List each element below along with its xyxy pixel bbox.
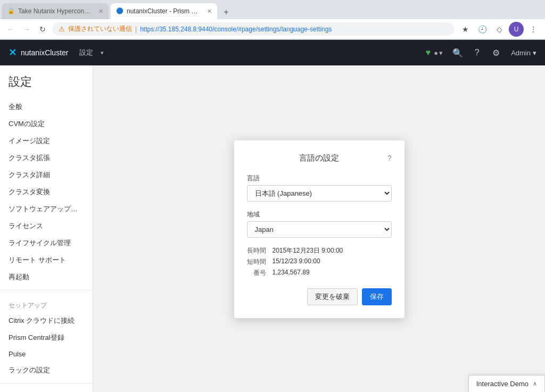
admin-label: Admin bbox=[511, 49, 531, 57]
region-label: 地域 bbox=[247, 210, 392, 219]
number-value: 1,234,567.89 bbox=[272, 269, 392, 278]
sidebar-item-cluster-expand[interactable]: クラスタ拡張 bbox=[0, 149, 93, 166]
tab1-close[interactable]: ✕ bbox=[98, 8, 103, 15]
security-warning-icon: ⚠ bbox=[59, 25, 65, 33]
tab-bar: 🔒 Take Nutanix Hyperconverged In... ✕ 🔵 … bbox=[0, 0, 545, 19]
menu-icon[interactable]: ⋮ bbox=[526, 22, 541, 37]
dialog-help-icon[interactable]: ? bbox=[387, 154, 392, 162]
security-warning-text: 保護されていない通信 bbox=[68, 24, 132, 34]
sidebar-item-reboot[interactable]: 再起動 bbox=[0, 269, 93, 286]
sidebar-item-pulse[interactable]: Pulse bbox=[0, 346, 93, 362]
sidebar-title: 設定 bbox=[0, 74, 93, 98]
short-time-value: 15/12/23 9:00:00 bbox=[272, 257, 392, 266]
dialog-title: 言語の設定 bbox=[299, 153, 339, 163]
health-icon[interactable]: ♥ bbox=[426, 48, 431, 57]
sidebar-item-general[interactable]: 全般 bbox=[0, 98, 93, 115]
long-time-label: 長時間 bbox=[247, 246, 266, 255]
extensions-icon[interactable]: ◇ bbox=[492, 22, 507, 37]
sidebar-divider-2 bbox=[0, 383, 93, 383]
region-field: 地域 JapanUnited StatesChinaFranceGermany bbox=[247, 210, 392, 238]
main-content: 設定 全般 CVMの設定 イメージ設定 クラスタ拡張 クラスタ詳細 クラスタ変換… bbox=[0, 65, 545, 392]
top-nav: ✕ nutanixCluster 設定 ▾ ♥ ● ▾ 🔍 ? ⚙ Admin … bbox=[0, 40, 545, 65]
tab1-favicon: 🔒 bbox=[7, 7, 15, 15]
back-button[interactable]: ← bbox=[4, 23, 17, 36]
address-field[interactable]: ⚠ 保護されていない通信 | https://35.185.248.8:9440… bbox=[52, 22, 455, 36]
settings-nav-label[interactable]: 設定 bbox=[79, 48, 93, 57]
status-circle-icon: ● bbox=[434, 49, 438, 57]
sidebar: 設定 全般 CVMの設定 イメージ設定 クラスタ拡張 クラスタ詳細 クラスタ変換… bbox=[0, 65, 93, 392]
sidebar-item-remote-support[interactable]: リモート サポート bbox=[0, 252, 93, 269]
long-time-value: 2015年12月23日 9:00:00 bbox=[272, 246, 392, 255]
sidebar-section-network: ネットワーク bbox=[0, 388, 93, 392]
url-text: https://35.185.248.8:9440/console/#page/… bbox=[140, 26, 332, 33]
language-field: 言語 日本語 (Japanese)EnglishChinese (Simplif… bbox=[247, 174, 392, 202]
address-bar: ← → ↻ ⚠ 保護されていない通信 | https://35.185.248.… bbox=[0, 19, 545, 39]
history-icon[interactable]: 🕘 bbox=[475, 22, 490, 37]
help-nav-button[interactable]: ? bbox=[468, 44, 485, 61]
tab2-close[interactable]: ✕ bbox=[207, 8, 212, 15]
status-circle-dropdown: ▾ bbox=[439, 49, 443, 57]
sidebar-item-license[interactable]: ライセンス bbox=[0, 218, 93, 235]
sidebar-item-cvm[interactable]: CVMの設定 bbox=[0, 115, 93, 132]
admin-menu[interactable]: Admin ▾ bbox=[511, 49, 536, 57]
search-nav-button[interactable]: 🔍 bbox=[449, 44, 466, 61]
nav-status: ♥ ● ▾ bbox=[426, 48, 443, 57]
short-time-label: 短時間 bbox=[247, 257, 266, 266]
nav-icons: 🔍 ? ⚙ bbox=[449, 44, 505, 61]
tab-1[interactable]: 🔒 Take Nutanix Hyperconverged In... ✕ bbox=[2, 3, 109, 19]
sidebar-item-lifecycle[interactable]: ライフサイクル管理 bbox=[0, 235, 93, 252]
gear-nav-button[interactable]: ⚙ bbox=[488, 44, 505, 61]
language-label: 言語 bbox=[247, 174, 392, 183]
cancel-button[interactable]: 変更を破棄 bbox=[307, 288, 358, 305]
demo-chevron-icon: ∧ bbox=[533, 380, 537, 387]
nav-logo: ✕ nutanixCluster bbox=[9, 47, 69, 59]
region-select[interactable]: JapanUnited StatesChinaFranceGermany bbox=[247, 221, 392, 238]
sidebar-item-image[interactable]: イメージ設定 bbox=[0, 132, 93, 149]
language-select[interactable]: 日本語 (Japanese)EnglishChinese (Simplified… bbox=[247, 185, 392, 202]
language-settings-dialog: 言語の設定 ? 言語 日本語 (Japanese)EnglishChinese … bbox=[234, 140, 404, 318]
reload-button[interactable]: ↻ bbox=[36, 23, 49, 36]
sidebar-item-citrix[interactable]: Citrix クラウドに接続 bbox=[0, 312, 93, 329]
app: ✕ nutanixCluster 設定 ▾ ♥ ● ▾ 🔍 ? ⚙ Admin … bbox=[0, 40, 545, 392]
admin-dropdown-icon: ▾ bbox=[533, 49, 536, 57]
browser-chrome: 🔒 Take Nutanix Hyperconverged In... ✕ 🔵 … bbox=[0, 0, 545, 40]
content-area: 言語の設定 ? 言語 日本語 (Japanese)EnglishChinese … bbox=[93, 65, 545, 392]
dialog-info-grid: 長時間 2015年12月23日 9:00:00 短時間 15/12/23 9:0… bbox=[247, 246, 392, 278]
address-actions: ★ 🕘 ◇ U ⋮ bbox=[458, 22, 541, 37]
sidebar-item-rack[interactable]: ラックの設定 bbox=[0, 362, 93, 379]
sidebar-item-cluster-detail[interactable]: クラスタ詳細 bbox=[0, 166, 93, 184]
dialog-actions: 変更を破棄 保存 bbox=[247, 288, 392, 305]
dialog-header: 言語の設定 ? bbox=[247, 153, 392, 163]
interactive-demo-button[interactable]: Interactive Demo ∧ bbox=[468, 375, 545, 392]
save-button[interactable]: 保存 bbox=[362, 288, 392, 305]
number-label: 番号 bbox=[247, 269, 266, 278]
sidebar-section-setup: セットアップ bbox=[0, 295, 93, 312]
sidebar-item-cluster-convert[interactable]: クラスタ変換 bbox=[0, 184, 93, 201]
bookmark-icon[interactable]: ★ bbox=[458, 22, 473, 37]
cluster-name: nutanixCluster bbox=[21, 48, 69, 57]
settings-dropdown-icon[interactable]: ▾ bbox=[101, 49, 104, 56]
interactive-demo-label: Interactive Demo bbox=[476, 380, 529, 388]
sidebar-divider-1 bbox=[0, 290, 93, 290]
forward-button[interactable]: → bbox=[20, 23, 33, 36]
status-dot-group[interactable]: ● ▾ bbox=[434, 49, 443, 57]
tab-2[interactable]: 🔵 nutanixCluster - Prism Element ✕ bbox=[111, 3, 217, 19]
new-tab-button[interactable]: + bbox=[219, 5, 233, 19]
tab2-favicon: 🔵 bbox=[116, 7, 123, 15]
address-separator: | bbox=[135, 26, 137, 33]
tab2-title: nutanixCluster - Prism Element bbox=[127, 7, 202, 15]
user-avatar[interactable]: U bbox=[509, 22, 524, 37]
tab1-title: Take Nutanix Hyperconverged In... bbox=[18, 7, 93, 15]
sidebar-item-software-upgrade[interactable]: ソフトウェアアップグレード bbox=[0, 201, 93, 218]
sidebar-item-prism-central[interactable]: Prism Central登録 bbox=[0, 329, 93, 346]
logo-x-icon: ✕ bbox=[9, 47, 16, 59]
